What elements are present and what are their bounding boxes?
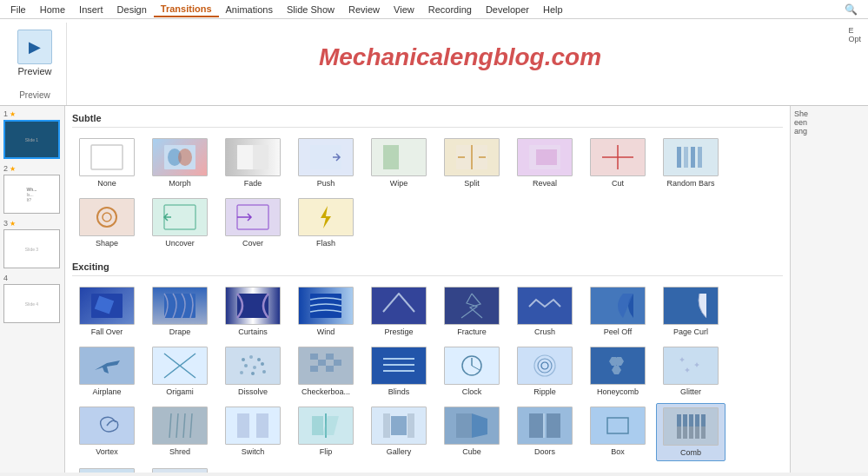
transition-icon-honeycomb bbox=[590, 347, 646, 385]
transition-label-pagecurl: Page Curl bbox=[658, 327, 724, 336]
preview-button[interactable]: ▶ Preview bbox=[10, 26, 59, 80]
transition-randombars[interactable]: Random Bars bbox=[656, 135, 726, 191]
transition-doors[interactable]: Doors bbox=[510, 403, 580, 461]
transition-cut[interactable]: Cut bbox=[583, 135, 653, 191]
transition-clock[interactable]: Clock bbox=[437, 343, 507, 400]
transition-checker[interactable]: Checkerboa... bbox=[291, 343, 361, 400]
transition-icon-peeloff bbox=[590, 287, 646, 325]
transition-morph[interactable]: Morph bbox=[145, 135, 215, 191]
search-icon[interactable]: 🔍 bbox=[838, 2, 865, 17]
transition-glitter[interactable]: Glitter bbox=[656, 343, 726, 400]
transition-box[interactable]: Box bbox=[583, 403, 653, 461]
transition-vortex[interactable]: Vortex bbox=[72, 403, 142, 461]
transition-blinds[interactable]: Blinds bbox=[364, 343, 434, 400]
transition-gallery[interactable]: Gallery bbox=[364, 403, 434, 461]
slide-thumb-3[interactable]: 3 ★ Slide 3 bbox=[3, 219, 60, 268]
transition-icon-flip bbox=[298, 407, 354, 445]
transition-icon-vortex bbox=[79, 407, 135, 445]
transition-icon-wipe bbox=[371, 138, 427, 176]
transition-random[interactable]: ?Random bbox=[145, 465, 215, 473]
slide-thumb-4[interactable]: 4 Slide 4 bbox=[3, 274, 60, 323]
svg-point-43 bbox=[242, 358, 245, 361]
menu-insert[interactable]: Insert bbox=[72, 3, 110, 17]
right-text: Sheeenang bbox=[794, 109, 865, 136]
transition-dissolve[interactable]: Dissolve bbox=[218, 343, 288, 400]
transition-wind[interactable]: Wind bbox=[291, 283, 361, 340]
transition-shred[interactable]: Shred bbox=[145, 403, 215, 461]
svg-point-45 bbox=[257, 358, 261, 361]
transition-icon-crush bbox=[517, 287, 573, 325]
transition-fracture[interactable]: Fracture bbox=[437, 283, 507, 340]
transition-uncover[interactable]: Uncover bbox=[145, 195, 215, 251]
exciting-grid: Fall OverDrapeCurtainsWindPrestigeFractu… bbox=[72, 283, 783, 473]
transition-label-honeycomb: Honeycomb bbox=[585, 387, 651, 396]
transition-flip[interactable]: Flip bbox=[291, 403, 361, 461]
transition-fallover[interactable]: Fall Over bbox=[72, 283, 142, 340]
ribbon-options-section: E Opt bbox=[845, 23, 865, 105]
transition-zoom[interactable]: Zoom bbox=[72, 465, 142, 473]
svg-rect-102 bbox=[677, 426, 681, 439]
transition-comb[interactable]: Comb bbox=[656, 403, 726, 461]
transition-fade[interactable]: Fade bbox=[218, 135, 288, 191]
right-panel: Sheeenang bbox=[790, 106, 868, 473]
transition-label-peeloff: Peel Off bbox=[585, 327, 651, 336]
transition-label-split: Split bbox=[439, 179, 505, 188]
transition-origami[interactable]: Origami bbox=[145, 343, 215, 400]
transition-crush[interactable]: Crush bbox=[510, 283, 580, 340]
menu-recording[interactable]: Recording bbox=[421, 3, 479, 17]
menu-design[interactable]: Design bbox=[110, 3, 154, 17]
transition-pagecurl[interactable]: Page Curl bbox=[656, 283, 726, 340]
svg-point-51 bbox=[262, 370, 266, 374]
transition-flash[interactable]: Flash bbox=[291, 195, 361, 251]
transition-label-switch: Switch bbox=[220, 447, 286, 456]
svg-point-47 bbox=[253, 366, 256, 369]
transition-icon-blinds bbox=[371, 347, 427, 385]
transition-icon-reveal bbox=[517, 138, 573, 176]
transition-cover[interactable]: Cover bbox=[218, 195, 288, 251]
transition-peeloff[interactable]: Peel Off bbox=[583, 283, 653, 340]
transition-prestige[interactable]: Prestige bbox=[364, 283, 434, 340]
menu-animations[interactable]: Animations bbox=[219, 3, 280, 17]
transition-ripple[interactable]: Ripple bbox=[510, 343, 580, 400]
menu-file[interactable]: File bbox=[3, 3, 33, 17]
transition-wipe[interactable]: Wipe bbox=[364, 135, 434, 191]
menu-developer[interactable]: Developer bbox=[479, 3, 536, 17]
svg-point-4 bbox=[178, 149, 192, 166]
transition-none[interactable]: None bbox=[72, 135, 142, 191]
slide-thumb-1[interactable]: 1 ★ Slide 1 bbox=[3, 109, 60, 159]
transition-push[interactable]: Push bbox=[291, 135, 361, 191]
transition-shape[interactable]: Shape bbox=[72, 195, 142, 251]
menu-help[interactable]: Help bbox=[536, 3, 570, 17]
menu-view[interactable]: View bbox=[387, 3, 421, 17]
transition-switch[interactable]: Switch bbox=[218, 403, 288, 461]
transition-drape[interactable]: Drape bbox=[145, 283, 215, 340]
svg-rect-20 bbox=[691, 147, 695, 168]
transition-label-randombars: Random Bars bbox=[658, 179, 724, 188]
transition-curtains[interactable]: Curtains bbox=[218, 283, 288, 340]
svg-rect-54 bbox=[326, 354, 334, 360]
transition-icon-switch bbox=[225, 407, 281, 445]
svg-rect-58 bbox=[326, 366, 334, 372]
transition-label-wipe: Wipe bbox=[366, 179, 432, 188]
menu-transitions[interactable]: Transitions bbox=[154, 2, 219, 17]
ribbon-preview-section: ▶ Preview Preview bbox=[3, 23, 67, 105]
menu-home[interactable]: Home bbox=[33, 3, 72, 17]
svg-rect-0 bbox=[91, 145, 123, 169]
transition-icon-fallover bbox=[79, 287, 135, 325]
transition-reveal[interactable]: Reveal bbox=[510, 135, 580, 191]
app-window: File Home Insert Design Transitions Anim… bbox=[0, 0, 868, 476]
transition-split[interactable]: Split bbox=[437, 135, 507, 191]
transition-airplane[interactable]: Airplane bbox=[72, 343, 142, 400]
slide-thumb-2[interactable]: 2 ★ Wh... Is... It? bbox=[3, 164, 60, 214]
transition-icon-none bbox=[79, 138, 135, 176]
transition-label-none: None bbox=[74, 179, 140, 188]
transition-cube[interactable]: Cube bbox=[437, 403, 507, 461]
transition-gallery: Subtle NoneMorphFadePushWipeSplitRevealC… bbox=[65, 106, 790, 473]
transition-icon-uncover bbox=[152, 198, 208, 236]
preview-icon: ▶ bbox=[17, 30, 52, 64]
menu-review[interactable]: Review bbox=[341, 3, 387, 17]
svg-rect-21 bbox=[698, 147, 702, 168]
transition-honeycomb[interactable]: Honeycomb bbox=[583, 343, 653, 400]
menu-slideshow[interactable]: Slide Show bbox=[280, 3, 341, 17]
transition-label-box: Box bbox=[585, 447, 651, 456]
